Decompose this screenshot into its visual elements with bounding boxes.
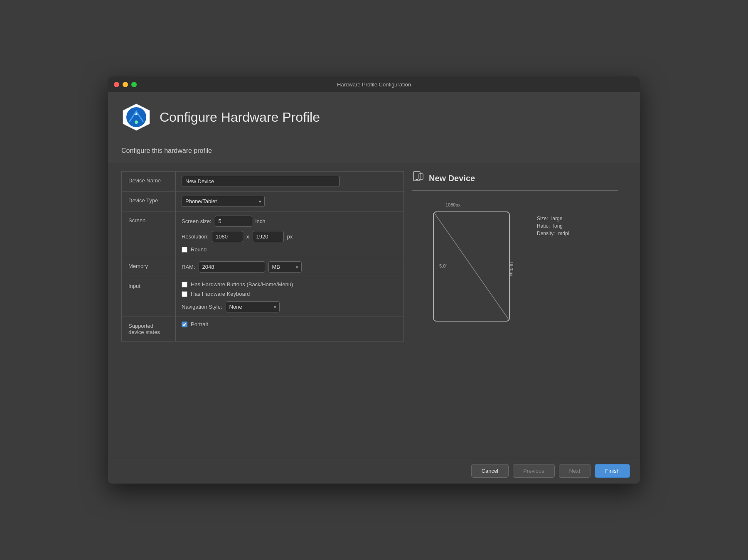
hardware-keyboard-checkbox[interactable]: [182, 291, 187, 297]
svg-rect-6: [419, 174, 423, 179]
input-label: Input: [122, 277, 176, 317]
hardware-buttons-checkbox[interactable]: [182, 282, 187, 287]
cancel-button[interactable]: Cancel: [471, 464, 509, 478]
dimension-right-label: 1920px: [509, 261, 514, 276]
hardware-keyboard-label: Has Hardware Keyboard: [191, 291, 250, 297]
density-label: Density:: [537, 231, 555, 236]
round-checkbox[interactable]: [182, 247, 187, 253]
form-panel: Device Name Device Type Phone/Tablet Tab…: [121, 171, 404, 449]
close-button[interactable]: [114, 82, 119, 87]
density-value: mdpi: [558, 231, 569, 236]
device-name-label: Device Name: [122, 172, 176, 192]
hardware-buttons-label: Has Hardware Buttons (Back/Home/Menu): [191, 281, 293, 287]
nav-style-select[interactable]: None Gesture D-pad Trackball Wheel: [226, 301, 280, 312]
subtitle-text: Configure this hardware profile: [121, 147, 212, 154]
maximize-button[interactable]: [131, 82, 137, 87]
memory-row: Memory RAM: MB GB: [122, 257, 404, 277]
bottom-bar: Cancel Previous Next Finish: [108, 458, 640, 484]
resolution-unit: px: [287, 233, 293, 240]
screen-size-unit: inch: [256, 218, 266, 224]
device-specs: Size: large Ratio: long Density: mdpi: [537, 199, 569, 236]
resolution-x-input[interactable]: [212, 231, 243, 242]
device-type-row: Device Type Phone/Tablet Tablet Phone TV…: [122, 192, 404, 211]
resolution-separator: x: [246, 233, 249, 240]
input-fields: Has Hardware Buttons (Back/Home/Menu) Ha…: [182, 281, 398, 312]
page-title: Configure Hardware Profile: [160, 110, 320, 125]
size-value: large: [551, 216, 563, 221]
screen-size-row: Screen size: inch: [182, 216, 398, 227]
device-type-input-cell: Phone/Tablet Tablet Phone TV Wear OS Des…: [176, 192, 404, 211]
previous-button[interactable]: Previous: [513, 464, 555, 478]
hardware-keyboard-row: Has Hardware Keyboard: [182, 291, 398, 297]
ratio-label: Ratio:: [537, 223, 550, 229]
svg-point-1: [126, 107, 146, 127]
supported-states-input-cell: Portrait: [176, 317, 404, 341]
dimension-top-label: 1080px: [445, 202, 460, 207]
size-spec: Size: large: [537, 216, 569, 221]
memory-row-content: RAM: MB GB: [182, 261, 398, 273]
preview-device-area: 1080px 5.0" 1920px: [412, 199, 618, 336]
window-title: Hardware Profile Configuration: [337, 81, 411, 88]
device-name-input-cell: [176, 172, 404, 192]
svg-rect-5: [416, 179, 418, 180]
screen-row: Screen Screen size: inch Resolution:: [122, 211, 404, 257]
supported-states-label: Supported device states: [122, 317, 176, 341]
ram-input[interactable]: [199, 261, 265, 273]
screen-size-label: Screen size:: [182, 218, 212, 224]
size-label: Size:: [537, 216, 548, 221]
subtitle-bar: Configure this hardware profile: [108, 142, 640, 163]
window-controls: [114, 82, 137, 87]
preview-panel: New Device 1080px 5.0": [404, 171, 627, 449]
header: ▲ Configure Hardware Profile: [108, 92, 640, 142]
screen-input-cell: Screen size: inch Resolution: x px: [176, 211, 404, 257]
device-diagram: 1080px 5.0" 1920px: [412, 199, 529, 336]
input-row: Input Has Hardware Buttons (Back/Home/Me…: [122, 277, 404, 317]
supported-states-row: Supported device states Portrait: [122, 317, 404, 341]
preview-device-icon: [412, 171, 424, 185]
resolution-y-input[interactable]: [253, 231, 284, 242]
app-logo: ▲: [121, 102, 151, 132]
memory-label: Memory: [122, 257, 176, 277]
round-label: Round: [191, 246, 207, 253]
device-type-select-wrapper: Phone/Tablet Tablet Phone TV Wear OS Des…: [182, 196, 265, 207]
titlebar: Hardware Profile Configuration: [108, 76, 640, 92]
svg-point-3: [135, 120, 138, 124]
finish-button[interactable]: Finish: [595, 464, 630, 478]
next-button[interactable]: Next: [559, 464, 591, 478]
minimize-button[interactable]: [123, 82, 128, 87]
density-spec: Density: mdpi: [537, 231, 569, 236]
preview-header: New Device: [412, 171, 618, 191]
dimension-center-label: 5.0": [439, 263, 447, 268]
main-content: Device Name Device Type Phone/Tablet Tab…: [108, 163, 640, 458]
round-row: Round: [182, 246, 398, 253]
input-input-cell: Has Hardware Buttons (Back/Home/Menu) Ha…: [176, 277, 404, 317]
screen-size-input[interactable]: [215, 216, 252, 227]
device-type-select[interactable]: Phone/Tablet Tablet Phone TV Wear OS Des…: [182, 196, 265, 207]
resolution-label: Resolution:: [182, 233, 209, 240]
ratio-spec: Ratio: long: [537, 223, 569, 229]
ram-label: RAM:: [182, 264, 195, 270]
device-type-label: Device Type: [122, 192, 176, 211]
hardware-buttons-row: Has Hardware Buttons (Back/Home/Menu): [182, 281, 398, 287]
ram-unit-select[interactable]: MB GB: [268, 261, 302, 273]
device-name-input[interactable]: [182, 176, 340, 187]
memory-input-cell: RAM: MB GB: [176, 257, 404, 277]
resolution-row: Resolution: x px: [182, 231, 398, 242]
portrait-row: Portrait: [182, 321, 398, 327]
config-table: Device Name Device Type Phone/Tablet Tab…: [121, 171, 404, 341]
portrait-checkbox[interactable]: [182, 322, 187, 327]
screen-label: Screen: [122, 211, 176, 257]
portrait-label: Portrait: [191, 321, 208, 327]
ratio-value: long: [553, 223, 563, 229]
nav-style-select-wrapper: None Gesture D-pad Trackball Wheel: [226, 301, 280, 312]
device-name-row: Device Name: [122, 172, 404, 192]
preview-device-name: New Device: [429, 174, 475, 183]
screen-fields: Screen size: inch Resolution: x px: [182, 216, 398, 253]
ram-unit-select-wrapper: MB GB: [268, 261, 302, 273]
nav-style-label: Navigation Style:: [182, 304, 222, 310]
nav-style-row: Navigation Style: None Gesture D-pad Tra…: [182, 301, 398, 312]
main-window: Hardware Profile Configuration ▲ Configu…: [108, 76, 640, 484]
